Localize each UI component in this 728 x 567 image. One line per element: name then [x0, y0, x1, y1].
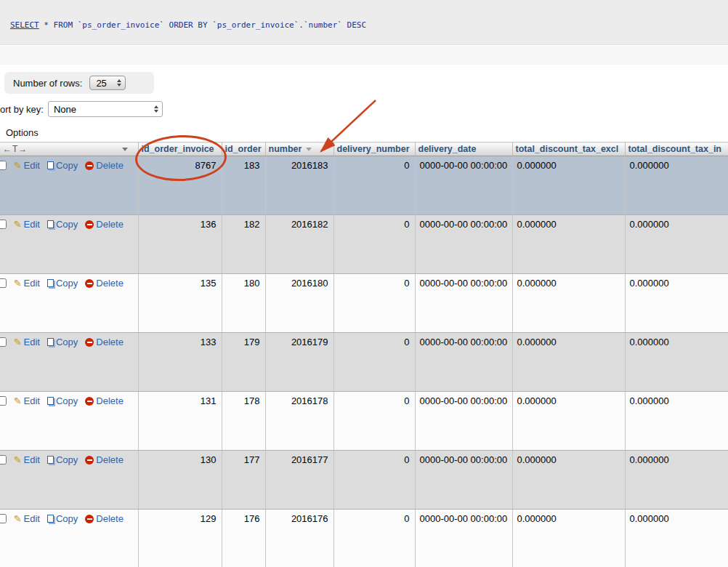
- delete-link[interactable]: Delete: [96, 278, 124, 289]
- cell-delivery-number: 0: [333, 510, 415, 567]
- sql-query-subband: [0, 46, 728, 65]
- edit-link[interactable]: Edit: [24, 278, 40, 289]
- copy-link[interactable]: Copy: [56, 513, 78, 524]
- number-of-rows-value: 25: [96, 78, 106, 89]
- number-of-rows-label: Number of rows:: [13, 78, 82, 89]
- row-actions-cell: ✎EditCopyDelete: [0, 510, 138, 567]
- number-of-rows-select[interactable]: 25: [89, 76, 126, 90]
- table-row: ✎EditCopyDelete 129 176 2016176 0 0000-0…: [0, 510, 728, 567]
- copy-icon: [47, 220, 54, 228]
- row-checkbox[interactable]: [0, 161, 7, 170]
- cell-total-discount-tax-incl: 0.000000: [625, 392, 728, 451]
- cell-id-order-invoice: 130: [138, 451, 222, 510]
- cell-total-discount-tax-excl: 0.000000: [512, 333, 625, 392]
- table-row: ✎EditCopyDelete 136 182 2016182 0 0000-0…: [0, 215, 728, 274]
- row-checkbox[interactable]: [0, 278, 7, 288]
- header-id-order[interactable]: id_order: [222, 142, 265, 156]
- sql-select-link[interactable]: SELECT: [10, 20, 39, 30]
- cell-id-order: 179: [222, 333, 265, 392]
- cell-number: 2016176: [265, 510, 333, 567]
- cell-total-discount-tax-incl: 0.000000: [625, 333, 728, 392]
- cell-delivery-date: 0000-00-00 00:00:00: [415, 274, 512, 333]
- row-actions-cell: ✎EditCopyDelete: [0, 274, 138, 333]
- delete-link[interactable]: Delete: [96, 395, 124, 406]
- column-marker: ←T→: [3, 144, 28, 154]
- options-collapse-icon[interactable]: [122, 148, 128, 151]
- delete-link[interactable]: Delete: [96, 454, 124, 465]
- cell-number: 2016179: [265, 333, 333, 392]
- table-row: ✎EditCopyDelete 135 180 2016180 0 0000-0…: [0, 274, 728, 333]
- header-total-discount-tax-excl[interactable]: total_discount_tax_excl: [512, 142, 625, 156]
- header-delivery-number[interactable]: delivery_number: [333, 142, 415, 156]
- sql-query: SELECT * FROM `ps_order_invoice` ORDER B…: [10, 20, 366, 30]
- copy-link[interactable]: Copy: [56, 160, 78, 171]
- edit-link[interactable]: Edit: [24, 160, 40, 171]
- row-checkbox[interactable]: [0, 396, 7, 406]
- cell-id-order-invoice: 131: [138, 392, 222, 451]
- table-row: ✎EditCopyDelete 131 178 2016178 0 0000-0…: [0, 392, 728, 451]
- copy-link[interactable]: Copy: [56, 337, 78, 347]
- header-delivery-date[interactable]: delivery_date: [415, 142, 512, 156]
- cell-number: 2016178: [265, 392, 333, 451]
- stepper-arrows-icon: [154, 105, 158, 113]
- cell-total-discount-tax-excl: 0.000000: [512, 510, 625, 567]
- row-checkbox[interactable]: [0, 220, 7, 229]
- results-table: ←T→ id_order_invoice id_order number del…: [0, 142, 728, 567]
- row-checkbox[interactable]: [0, 514, 7, 523]
- delete-icon: [85, 397, 94, 406]
- cell-delivery-date: 0000-00-00 00:00:00: [415, 333, 512, 392]
- cell-delivery-date: 0000-00-00 00:00:00: [415, 451, 512, 510]
- delete-icon: [85, 456, 94, 465]
- table-row: ✎EditCopyDelete 130 177 2016177 0 0000-0…: [0, 451, 728, 510]
- sort-desc-icon: [306, 148, 312, 151]
- edit-link[interactable]: Edit: [24, 513, 40, 524]
- cell-number: 2016183: [265, 156, 333, 215]
- sql-query-text: * FROM `ps_order_invoice` ORDER BY `ps_o…: [39, 20, 366, 30]
- cell-total-discount-tax-excl: 0.000000: [512, 451, 625, 510]
- edit-pencil-icon: ✎: [14, 278, 22, 289]
- copy-link[interactable]: Copy: [56, 278, 78, 289]
- options-toggle[interactable]: Options: [6, 127, 39, 138]
- row-actions-cell: ✎EditCopyDelete: [0, 215, 138, 274]
- cell-delivery-date: 0000-00-00 00:00:00: [415, 510, 512, 567]
- edit-pencil-icon: ✎: [14, 219, 22, 230]
- sort-by-key-control: ort by key: None: [0, 100, 163, 118]
- edit-link[interactable]: Edit: [24, 219, 40, 230]
- delete-link[interactable]: Delete: [96, 160, 124, 171]
- delete-icon: [85, 220, 94, 229]
- copy-link[interactable]: Copy: [56, 454, 78, 465]
- header-number[interactable]: number: [265, 142, 333, 156]
- copy-icon: [47, 338, 54, 346]
- cell-delivery-number: 0: [333, 215, 415, 274]
- copy-icon: [47, 456, 54, 464]
- copy-link[interactable]: Copy: [56, 395, 78, 406]
- cell-delivery-number: 0: [333, 274, 415, 333]
- edit-link[interactable]: Edit: [24, 337, 40, 347]
- edit-link[interactable]: Edit: [24, 395, 40, 406]
- delete-link[interactable]: Delete: [96, 219, 124, 230]
- edit-pencil-icon: ✎: [14, 337, 22, 347]
- copy-link[interactable]: Copy: [56, 219, 78, 230]
- cell-id-order-invoice: 129: [138, 510, 222, 567]
- cell-total-discount-tax-excl: 0.000000: [512, 274, 625, 333]
- row-actions-cell: ✎EditCopyDelete: [0, 333, 138, 392]
- cell-number: 2016182: [265, 215, 333, 274]
- delete-link[interactable]: Delete: [96, 337, 124, 347]
- header-total-discount-tax-incl[interactable]: total_discount_tax_in: [625, 142, 728, 156]
- edit-pencil-icon: ✎: [14, 395, 22, 406]
- header-id-order-invoice[interactable]: id_order_invoice: [138, 142, 222, 156]
- row-checkbox[interactable]: [0, 455, 7, 465]
- sort-by-key-label: ort by key:: [0, 104, 44, 115]
- sort-by-key-select[interactable]: None: [48, 101, 163, 117]
- row-checkbox[interactable]: [0, 337, 7, 347]
- table-header-row: ←T→ id_order_invoice id_order number del…: [0, 142, 728, 156]
- cell-delivery-date: 0000-00-00 00:00:00: [415, 215, 512, 274]
- cell-id-order: 180: [222, 274, 265, 333]
- edit-link[interactable]: Edit: [24, 454, 40, 465]
- cell-delivery-number: 0: [333, 451, 415, 510]
- cell-id-order: 183: [222, 156, 265, 215]
- delete-link[interactable]: Delete: [96, 513, 124, 524]
- delete-icon: [85, 161, 94, 170]
- stepper-arrows-icon: [117, 79, 121, 87]
- cell-total-discount-tax-incl: 0.000000: [625, 451, 728, 510]
